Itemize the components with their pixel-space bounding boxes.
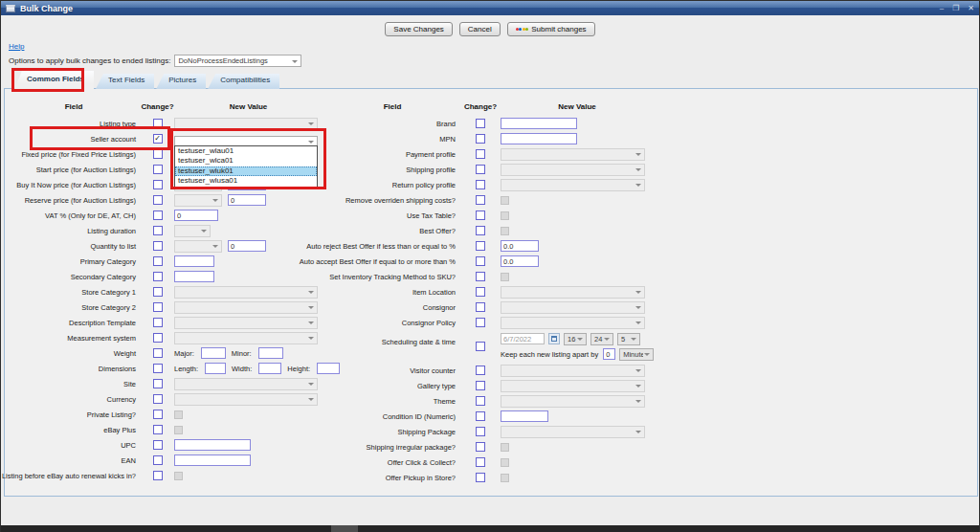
change-checkbox[interactable] [476,411,485,421]
ended-listings-options-row: Options to apply bulk changes to ended l… [9,55,301,67]
chevron-down-icon [292,60,298,63]
chevron-down-icon [635,306,641,309]
seller-option[interactable]: testuser_wlca01 [175,156,317,166]
change-checkbox[interactable] [476,318,485,327]
apart-input[interactable] [603,348,615,360]
value-input[interactable] [501,410,548,422]
value-input[interactable] [174,210,218,221]
value-input[interactable] [174,255,214,267]
submit-changes-button[interactable]: Submit changes [507,22,595,36]
value-input[interactable] [205,363,226,374]
tab-pictures[interactable]: Pictures [156,74,206,89]
minimize-icon[interactable]: – [940,5,944,12]
value-input[interactable] [501,118,577,129]
change-checkbox[interactable] [476,342,485,351]
change-checkbox[interactable] [153,379,163,388]
change-checkbox[interactable] [476,119,485,128]
calendar-button[interactable] [548,333,560,344]
value-input[interactable] [228,240,266,252]
value-input[interactable] [174,439,251,451]
change-checkbox[interactable] [476,180,485,189]
change-checkbox[interactable]: ✓ [153,134,163,144]
value-input[interactable] [501,240,539,252]
change-checkbox[interactable] [476,473,485,482]
maximize-icon[interactable]: ❐ [952,5,959,12]
change-checkbox[interactable] [476,427,485,436]
value-input[interactable] [501,255,539,267]
value-input[interactable] [258,347,283,359]
seller-account-select[interactable]: testuser_wlau01testuser_wlca01testuser_w… [174,133,318,145]
change-checkbox[interactable] [153,410,163,419]
close-icon[interactable]: ✕ [968,5,974,12]
seller-option[interactable]: testuser_wluk01 [175,166,317,177]
change-checkbox[interactable] [476,149,485,159]
field-label: Weight [114,349,136,358]
change-checkbox[interactable] [153,440,163,450]
change-checkbox[interactable] [153,149,163,159]
value-input[interactable] [174,454,251,466]
change-checkbox[interactable] [153,333,163,343]
ended-listings-select[interactable]: DoNoProcessEndedListings [174,55,301,67]
change-checkbox[interactable] [153,425,163,434]
change-checkbox[interactable] [153,455,163,465]
change-checkbox[interactable] [153,287,163,297]
change-checkbox[interactable] [153,180,163,189]
change-checkbox[interactable] [153,211,163,220]
chevron-down-icon [308,291,314,294]
change-checkbox[interactable] [153,241,163,251]
change-checkbox[interactable] [153,348,163,358]
tab-common-fields[interactable]: Common Fields [14,71,94,89]
value-input[interactable] [501,133,577,144]
change-checkbox[interactable] [476,272,485,281]
change-checkbox[interactable] [153,302,163,312]
change-checkbox[interactable] [153,394,163,404]
tab-compatibilities[interactable]: Compatibilities [208,74,279,89]
change-checkbox[interactable] [476,256,485,266]
change-checkbox[interactable] [476,226,485,235]
change-checkbox[interactable] [476,287,485,297]
change-checkbox[interactable] [153,364,163,373]
save-changes-button[interactable]: Save Changes [385,22,452,36]
field-label: Listing type [100,120,136,128]
help-link[interactable]: Help [9,42,24,51]
field-label: Payment profile [406,150,456,159]
value-select [174,194,222,207]
change-checkbox[interactable] [476,302,485,312]
change-checkbox[interactable] [153,471,163,480]
field-label: Shipping irregular package? [367,443,456,452]
change-checkbox[interactable] [153,119,163,128]
change-checkbox[interactable] [153,226,163,235]
change-checkbox[interactable] [153,256,163,266]
value-input[interactable] [201,347,226,359]
seller-option[interactable]: testuser_wlusa01 [175,176,317,187]
change-checkbox[interactable] [476,381,485,390]
form-row-currency: Currency [7,391,326,407]
value-input[interactable] [174,271,214,282]
change-header: Change? [141,102,174,111]
chevron-down-icon [604,338,610,341]
change-checkbox[interactable] [476,457,485,467]
value-input[interactable] [258,363,281,374]
tab-text-fields[interactable]: Text Fields [96,74,154,89]
chevron-down-icon [635,321,641,324]
cancel-button[interactable]: Cancel [459,22,501,36]
change-checkbox[interactable] [153,195,163,205]
change-checkbox[interactable] [153,165,163,174]
change-checkbox[interactable] [153,318,163,327]
change-checkbox[interactable] [476,134,485,144]
change-checkbox[interactable] [476,165,485,174]
field-label: Item Location [412,288,456,297]
change-checkbox[interactable] [476,241,485,251]
change-checkbox[interactable] [476,442,485,452]
change-checkbox[interactable] [476,396,485,406]
change-checkbox[interactable] [476,366,485,375]
cancel-label: Cancel [468,25,492,33]
change-checkbox[interactable] [476,195,485,205]
form-row-use-tax-table: Use Tax Table? [324,208,657,223]
minutes-unit-select[interactable]: Minutes [619,348,654,361]
change-checkbox[interactable] [153,272,163,281]
seller-option[interactable]: testuser_wlau01 [175,146,317,157]
change-checkbox[interactable] [476,211,485,220]
value-input[interactable] [228,194,266,206]
chevron-down-icon [201,230,207,233]
